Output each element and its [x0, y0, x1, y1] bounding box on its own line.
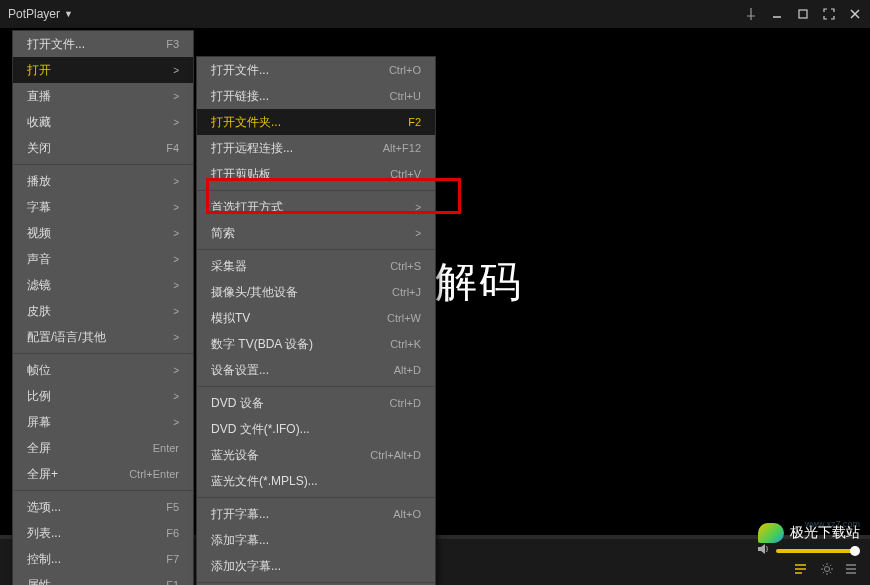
open-submenu-item[interactable]: 摄像头/其他设备Ctrl+J [197, 279, 435, 305]
menu-item-label: 收藏 [27, 114, 51, 131]
watermark-text: 极光下载站 [790, 524, 860, 542]
open-submenu-separator [197, 190, 435, 191]
volume-icon[interactable] [756, 542, 770, 559]
main-menu-item[interactable]: 直播> [13, 83, 193, 109]
menu-item-shortcut: Ctrl+K [390, 338, 421, 350]
menu-item-label: 打开文件... [27, 36, 85, 53]
pin-icon[interactable] [744, 7, 758, 21]
open-submenu-item[interactable]: 蓝光文件(*.MPLS)... [197, 468, 435, 494]
main-menu-item[interactable]: 字幕> [13, 194, 193, 220]
titlebar: PotPlayer ▼ [0, 0, 870, 28]
menu-item-shortcut: Ctrl+Alt+D [370, 449, 421, 461]
main-menu-item[interactable]: 配置/语言/其他> [13, 324, 193, 350]
main-menu-item[interactable]: 选项...F5 [13, 494, 193, 520]
open-submenu-item[interactable]: DVD 文件(*.IFO)... [197, 416, 435, 442]
menu-item-label: 打开链接... [211, 88, 269, 105]
volume-handle[interactable] [850, 546, 860, 556]
menu-item-label: 蓝光文件(*.MPLS)... [211, 473, 318, 490]
open-submenu-item[interactable]: 简索> [197, 220, 435, 246]
open-submenu-item[interactable]: 打开链接...Ctrl+U [197, 83, 435, 109]
app-title[interactable]: PotPlayer [8, 7, 60, 21]
main-menu-item[interactable]: 全屏+Ctrl+Enter [13, 461, 193, 487]
menu-item-label: 列表... [27, 525, 61, 542]
menu-item-shortcut: F1 [166, 579, 179, 585]
main-menu-item[interactable]: 收藏> [13, 109, 193, 135]
menu-item-shortcut: Ctrl+W [387, 312, 421, 324]
main-menu-separator [13, 164, 193, 165]
open-submenu-item[interactable]: 采集器Ctrl+S [197, 253, 435, 279]
open-submenu-item[interactable]: 蓝光设备Ctrl+Alt+D [197, 442, 435, 468]
chevron-right-icon: > [173, 228, 179, 239]
menu-item-label: 数字 TV(BDA 设备) [211, 336, 313, 353]
main-menu-item[interactable]: 关闭F4 [13, 135, 193, 161]
chevron-right-icon: > [173, 280, 179, 291]
open-submenu-item[interactable]: 打开文件夹...F2 [197, 109, 435, 135]
main-menu-item[interactable]: 属性...F1 [13, 572, 193, 585]
menu-item-label: 皮肤 [27, 303, 51, 320]
open-submenu-item[interactable]: 首选打开方式> [197, 194, 435, 220]
menu-item-label: 字幕 [27, 199, 51, 216]
main-menu-item[interactable]: 视频> [13, 220, 193, 246]
main-menu-item[interactable]: 打开> [13, 57, 193, 83]
main-menu-item[interactable]: 列表...F6 [13, 520, 193, 546]
open-submenu-item[interactable]: 打开远程连接...Alt+F12 [197, 135, 435, 161]
main-menu-item[interactable]: 声音> [13, 246, 193, 272]
chevron-right-icon: > [173, 117, 179, 128]
menu-item-shortcut: Ctrl+O [389, 64, 421, 76]
menu-item-label: 采集器 [211, 258, 247, 275]
menu-item-label: 声音 [27, 251, 51, 268]
main-menu-item[interactable]: 帧位> [13, 357, 193, 383]
menu-item-label: 打开 [27, 62, 51, 79]
open-submenu-item[interactable]: 模拟TVCtrl+W [197, 305, 435, 331]
menu-item-label: 打开远程连接... [211, 140, 293, 157]
menu-item-label: 全屏 [27, 440, 51, 457]
open-submenu-separator [197, 386, 435, 387]
menu-item-label: 播放 [27, 173, 51, 190]
menu-item-label: 视频 [27, 225, 51, 242]
open-submenu-item[interactable]: 数字 TV(BDA 设备)Ctrl+K [197, 331, 435, 357]
main-menu-item[interactable]: 比例> [13, 383, 193, 409]
main-menu-item[interactable]: 打开文件...F3 [13, 31, 193, 57]
menu-item-label: 蓝光设备 [211, 447, 259, 464]
open-submenu-item[interactable]: 添加次字幕... [197, 553, 435, 579]
fullscreen-icon[interactable] [822, 7, 836, 21]
menu-item-label: 添加字幕... [211, 532, 269, 549]
chevron-right-icon: > [415, 228, 421, 239]
main-menu-item[interactable]: 全屏Enter [13, 435, 193, 461]
menu-icon[interactable] [844, 562, 858, 579]
chevron-right-icon: > [173, 365, 179, 376]
chevron-right-icon: > [173, 91, 179, 102]
playlist-icon[interactable] [794, 562, 810, 579]
menu-item-shortcut: F7 [166, 553, 179, 565]
watermark: 极光下载站 [758, 523, 860, 543]
open-submenu-item[interactable]: DVD 设备Ctrl+D [197, 390, 435, 416]
settings-icon[interactable] [820, 562, 834, 579]
open-submenu-item[interactable]: 打开文件...Ctrl+O [197, 57, 435, 83]
main-menu-item[interactable]: 滤镜> [13, 272, 193, 298]
minimize-icon[interactable] [770, 7, 784, 21]
menu-item-shortcut: F4 [166, 142, 179, 154]
open-submenu-item[interactable]: 打开剪贴板Ctrl+V [197, 161, 435, 187]
context-menu-main: 打开文件...F3打开>直播>收藏>关闭F4播放>字幕>视频>声音>滤镜>皮肤>… [12, 30, 194, 585]
maximize-icon[interactable] [796, 7, 810, 21]
chevron-right-icon: > [173, 176, 179, 187]
chevron-right-icon: > [173, 254, 179, 265]
open-submenu-separator [197, 497, 435, 498]
open-submenu-item[interactable]: 打开字幕...Alt+O [197, 501, 435, 527]
menu-item-label: 控制... [27, 551, 61, 568]
dropdown-icon[interactable]: ▼ [64, 9, 73, 19]
main-menu-item[interactable]: 皮肤> [13, 298, 193, 324]
main-menu-item[interactable]: 播放> [13, 168, 193, 194]
main-menu-item[interactable]: 控制...F7 [13, 546, 193, 572]
menu-item-shortcut: Alt+F12 [383, 142, 421, 154]
close-icon[interactable] [848, 7, 862, 21]
main-menu-item[interactable]: 屏幕> [13, 409, 193, 435]
menu-item-shortcut: Alt+D [394, 364, 421, 376]
open-submenu-item[interactable]: 添加字幕... [197, 527, 435, 553]
menu-item-label: DVD 文件(*.IFO)... [211, 421, 310, 438]
open-submenu-item[interactable]: 设备设置...Alt+D [197, 357, 435, 383]
menu-item-label: 简索 [211, 225, 235, 242]
volume-slider[interactable] [776, 549, 856, 553]
menu-item-shortcut: F3 [166, 38, 179, 50]
menu-item-shortcut: Ctrl+S [390, 260, 421, 272]
